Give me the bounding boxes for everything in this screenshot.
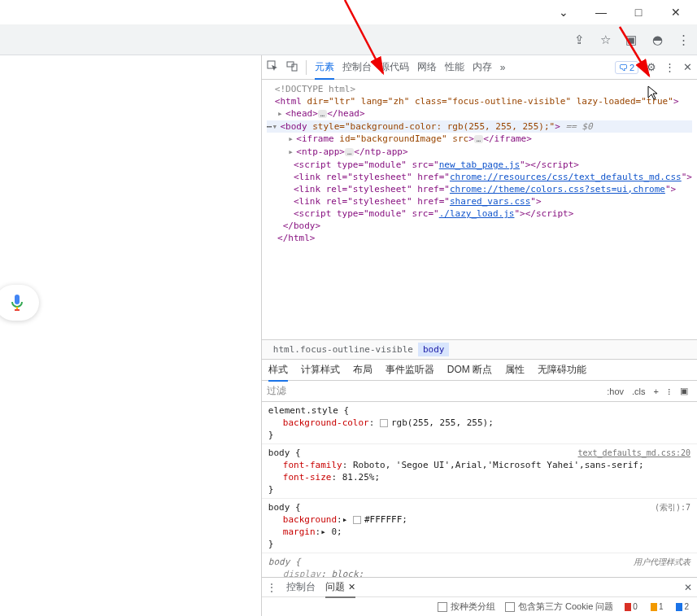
styles-filter-bar: 过滤 :hov .cls + ⫶ ▣ <box>262 381 697 402</box>
tab-more[interactable]: » <box>500 62 506 73</box>
console-drawer: ⋮ 控制台 问题✕ ✕ 按种类分组 包含第三方 Cookie 问题 0 1 2 <box>262 577 697 616</box>
tab-memory[interactable]: 内存 <box>473 60 492 74</box>
info-count-badge[interactable]: 2 <box>674 602 690 611</box>
drawer-tab-issues[interactable]: 问题✕ <box>325 580 355 598</box>
settings-gear-icon[interactable]: ⚙ <box>647 61 656 73</box>
minimize-button[interactable]: — <box>583 1 619 24</box>
new-style-rule-button[interactable]: + <box>650 387 663 396</box>
close-button[interactable]: ✕ <box>658 1 694 24</box>
share-icon[interactable]: ⇪ <box>572 33 586 47</box>
breadcrumb-html[interactable]: html.focus-outline-visible <box>268 343 418 356</box>
error-count-badge[interactable]: 0 <box>623 602 639 611</box>
subtab-computed[interactable]: 计算样式 <box>301 363 340 377</box>
window-titlebar: ⌄ — □ ✕ <box>0 0 697 24</box>
subtab-layout[interactable]: 布局 <box>353 363 372 377</box>
browser-menu-icon[interactable]: ⋮ <box>676 33 690 47</box>
subtab-listeners[interactable]: 事件监听器 <box>386 363 434 377</box>
maximize-button[interactable]: □ <box>621 1 656 24</box>
style-rule-body-2[interactable]: (索引):7 body { background:▸ #FFFFFF; marg… <box>262 499 697 553</box>
voice-search-button[interactable] <box>0 285 39 321</box>
styles-sidebar-toggle-icon[interactable]: ▣ <box>676 386 692 396</box>
styles-rendering-icon[interactable]: ⫶ <box>663 387 676 396</box>
subtab-properties[interactable]: 属性 <box>505 363 525 377</box>
issues-count: 2 <box>629 63 634 72</box>
svg-rect-0 <box>15 295 20 304</box>
devtools-panel: 元素 控制台 源代码 网络 性能 内存 » 🗨 2 ⚙ ⋮ ✕ <!DOCTYP… <box>261 55 697 616</box>
drawer-kebab-icon[interactable]: ⋮ <box>267 582 277 593</box>
tab-performance[interactable]: 性能 <box>445 60 464 74</box>
device-icon[interactable] <box>286 60 298 74</box>
svg-rect-5 <box>292 64 297 71</box>
stylesheet-link[interactable]: text_defaults_md.css:20 <box>578 448 690 457</box>
issues-badge[interactable]: 🗨 2 <box>615 61 638 74</box>
styles-subtabs: 样式 计算样式 布局 事件监听器 DOM 断点 属性 无障碍功能 <box>262 359 697 381</box>
avatar-icon[interactable]: ◓ <box>650 33 664 47</box>
style-rule-body-ua[interactable]: 用户代理样式表 body { display: block; margin:▸ … <box>262 553 697 577</box>
issues-icon: 🗨 <box>619 63 628 72</box>
devtools-kebab-icon[interactable]: ⋮ <box>664 61 675 73</box>
subtab-dom-breakpoints[interactable]: DOM 断点 <box>447 363 492 377</box>
filter-input[interactable]: 过滤 <box>267 384 286 398</box>
group-by-kind-checkbox[interactable]: 按种类分组 <box>438 601 495 613</box>
side-panel-icon[interactable]: ▣ <box>624 33 638 47</box>
tab-sources[interactable]: 源代码 <box>380 60 409 74</box>
tab-elements[interactable]: 元素 <box>315 60 334 80</box>
browser-toolbar: ⇪ ☆ ▣ ◓ ⋮ <box>0 24 697 55</box>
devtools-close-icon[interactable]: ✕ <box>683 61 692 73</box>
dom-tree[interactable]: <!DOCTYPE html> <html dir="ltr" lang="zh… <box>262 80 697 339</box>
hov-toggle[interactable]: :hov <box>603 387 628 396</box>
page-viewport <box>0 55 261 616</box>
devtools-tabs: 元素 控制台 源代码 网络 性能 内存 » 🗨 2 ⚙ ⋮ ✕ <box>262 55 697 80</box>
breadcrumb-body[interactable]: body <box>418 343 450 356</box>
tab-console[interactable]: 控制台 <box>342 60 372 74</box>
drawer-tab-console[interactable]: 控制台 <box>286 580 316 594</box>
tab-network[interactable]: 网络 <box>417 60 437 74</box>
star-icon[interactable]: ☆ <box>598 33 612 47</box>
mic-icon <box>11 294 24 312</box>
style-rule-element[interactable]: element.style { background-color: rgb(25… <box>262 402 697 444</box>
inspect-icon[interactable] <box>267 60 278 74</box>
warning-count-badge[interactable]: 1 <box>649 602 665 611</box>
subtab-styles[interactable]: 样式 <box>268 363 288 382</box>
subtab-a11y[interactable]: 无障碍功能 <box>538 363 586 377</box>
styles-pane[interactable]: element.style { background-color: rgb(25… <box>262 402 697 577</box>
include-third-party-checkbox[interactable]: 包含第三方 Cookie 问题 <box>505 601 613 613</box>
cls-toggle[interactable]: .cls <box>628 387 650 396</box>
chevron-down-icon[interactable]: ⌄ <box>546 1 582 24</box>
breadcrumb: html.focus-outline-visible body <box>262 339 697 359</box>
drawer-close-icon[interactable]: ✕ <box>684 582 692 593</box>
style-rule-body-1[interactable]: text_defaults_md.css:20 body { font-fami… <box>262 444 697 499</box>
close-icon[interactable]: ✕ <box>348 582 355 592</box>
